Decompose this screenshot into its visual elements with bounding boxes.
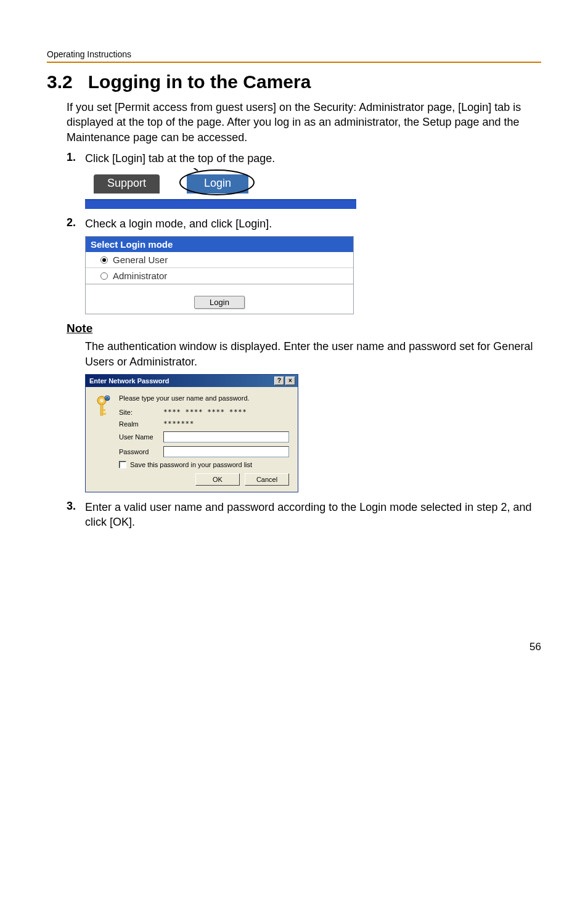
- radio-icon[interactable]: [100, 272, 108, 280]
- key-icon: [94, 394, 113, 486]
- step-1-text: Click [Login] tab at the top of the page…: [85, 151, 541, 166]
- running-header: Operating Instructions: [47, 49, 541, 59]
- radio-label-general: General User: [113, 255, 168, 265]
- figure-password-dialog: Enter Network Password ? ×: [85, 374, 541, 492]
- step-1-number: 1.: [67, 151, 85, 164]
- login-mode-title: Select Login mode: [86, 237, 353, 252]
- note-body: The authentication window is displayed. …: [85, 339, 541, 369]
- close-icon[interactable]: ×: [285, 377, 295, 385]
- tab-login[interactable]: Login: [187, 174, 248, 194]
- site-label: Site:: [119, 409, 163, 416]
- svg-rect-4: [100, 404, 103, 415]
- password-input[interactable]: [163, 446, 289, 457]
- username-label: User Name: [119, 433, 163, 441]
- login-button[interactable]: Login: [194, 296, 245, 309]
- header-rule: [47, 62, 541, 63]
- help-icon[interactable]: ?: [274, 377, 284, 385]
- password-label: Password: [119, 448, 163, 455]
- note-heading: Note: [67, 322, 541, 335]
- radio-label-admin: Administrator: [113, 271, 167, 281]
- site-value: **** **** **** ****: [163, 408, 247, 416]
- step-2-text: Check a login mode, and click [Login].: [85, 216, 541, 231]
- section-title: 3.2 Logging in to the Camera: [47, 71, 541, 92]
- dialog-instruction: Please type your user name and password.: [119, 394, 289, 402]
- tabs-underline-bar: [85, 199, 356, 209]
- dialog-title: Enter Network Password: [89, 377, 169, 385]
- page-number: 56: [47, 641, 541, 653]
- section-number: 3.2: [47, 71, 73, 92]
- save-password-row[interactable]: Save this password in your password list: [119, 461, 289, 468]
- radio-row-admin[interactable]: Administrator: [86, 268, 353, 284]
- step-2: 2. Check a login mode, and click [Login]…: [67, 216, 541, 231]
- radio-row-general[interactable]: General User: [86, 252, 353, 268]
- dialog-titlebar: Enter Network Password ? ×: [86, 375, 298, 387]
- section-heading: Logging in to the Camera: [88, 71, 311, 92]
- section-intro: If you set [Permit access from guest use…: [67, 100, 541, 145]
- save-password-label: Save this password in your password list: [130, 461, 252, 468]
- step-3: 3. Enter a valid user name and password …: [67, 500, 541, 530]
- ok-button[interactable]: OK: [195, 473, 240, 486]
- tab-support[interactable]: Support: [94, 174, 160, 194]
- checkbox-icon[interactable]: [119, 461, 126, 468]
- username-input[interactable]: [163, 431, 289, 442]
- radio-icon[interactable]: [100, 256, 108, 264]
- figure-tabs: Support Login: [85, 171, 541, 209]
- step-3-number: 3.: [67, 500, 85, 513]
- step-2-number: 2.: [67, 216, 85, 229]
- svg-rect-5: [103, 409, 105, 411]
- figure-login-mode: Select Login mode General User Administr…: [85, 236, 541, 314]
- realm-value: *******: [163, 420, 194, 428]
- svg-line-1: [187, 168, 198, 171]
- svg-point-3: [100, 399, 104, 402]
- step-3-text: Enter a valid user name and password acc…: [85, 500, 541, 530]
- realm-label: Realm: [119, 420, 163, 428]
- svg-rect-6: [103, 413, 106, 415]
- step-1: 1. Click [Login] tab at the top of the p…: [67, 151, 541, 166]
- cancel-button[interactable]: Cancel: [245, 473, 289, 486]
